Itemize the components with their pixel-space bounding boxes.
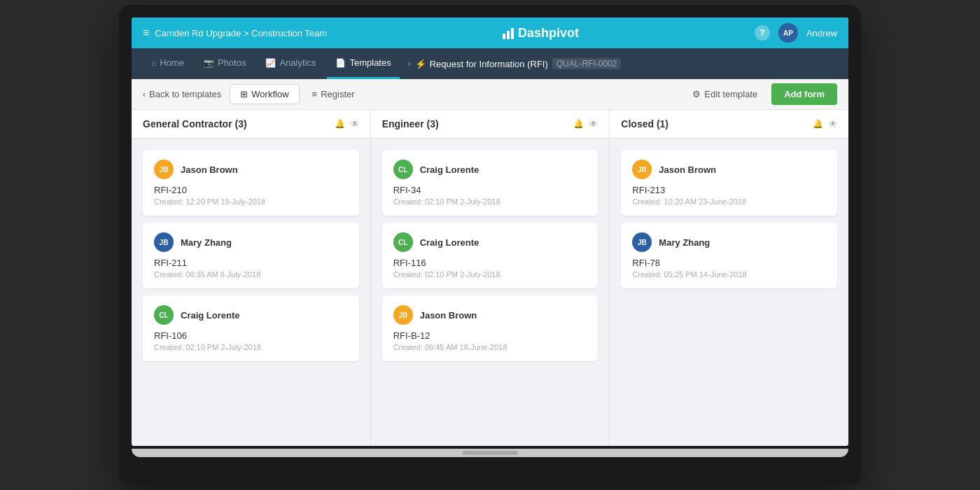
breadcrumb-link[interactable]: ⚡ Request for Information (RFI) xyxy=(415,59,548,69)
register-tab-label: Register xyxy=(321,89,354,99)
breadcrumb-arrow: › xyxy=(408,59,411,69)
user-avatar: CL xyxy=(154,305,174,325)
card-rfi: RFI-211 xyxy=(154,258,348,268)
back-label: Back to templates xyxy=(149,89,221,99)
nav-bar: ⌂ Home 📷 Photos 📈 Analytics 📄 Templates … xyxy=(132,48,848,79)
card-user-name: Mary Zhang xyxy=(181,237,232,248)
user-avatar: JB xyxy=(632,160,652,179)
card[interactable]: JBJason BrownRFI-B-12Created: 09:45 AM 1… xyxy=(382,295,598,361)
back-to-templates-link[interactable]: ‹ Back to templates xyxy=(143,89,221,99)
column-actions-general-contractor: 🔔👁 xyxy=(335,119,359,129)
analytics-icon: 📈 xyxy=(265,58,276,68)
card[interactable]: JBMary ZhangRFI-78Created: 05:25 PM 14-J… xyxy=(621,223,837,288)
user-name: Andrew xyxy=(806,28,837,38)
bell-icon[interactable]: 🔔 xyxy=(335,119,345,129)
help-button[interactable]: ? xyxy=(755,25,770,41)
card-date: Created: 02:10 PM 2-July-2018 xyxy=(154,343,348,351)
column-title-general-contractor: General Contractor (3) xyxy=(143,118,247,130)
card-header: JBMary Zhang xyxy=(632,232,826,252)
add-form-button[interactable]: Add form xyxy=(771,83,837,105)
user-avatar: JB xyxy=(393,305,413,325)
home-icon: ⌂ xyxy=(151,58,156,68)
column-cards-engineer: CLCraig LorenteRFI-34Created: 02:10 PM 2… xyxy=(371,139,610,372)
nav-item-templates[interactable]: 📄 Templates xyxy=(327,48,399,79)
card-user-name: Craig Lorente xyxy=(420,237,479,248)
user-avatar: JB xyxy=(154,232,174,252)
card-user-name: Craig Lorente xyxy=(181,310,240,321)
card[interactable]: CLCraig LorenteRFI-34Created: 02:10 PM 2… xyxy=(382,150,598,216)
tab-register[interactable]: ≡ Register xyxy=(302,85,365,104)
back-arrow-icon: ‹ xyxy=(143,90,146,99)
card-user-name: Mary Zhang xyxy=(659,237,710,248)
edit-template-label: Edit template xyxy=(704,89,757,99)
nav-label-photos: Photos xyxy=(218,57,246,68)
dashpivot-logo xyxy=(503,27,514,39)
edit-template-icon: ⚙ xyxy=(692,89,701,99)
project-path: Camden Rd Upgrade > Construction Team xyxy=(155,28,327,38)
top-bar-right: ? AP Andrew xyxy=(755,23,837,43)
column-actions-closed: 🔔👁 xyxy=(813,119,837,129)
card-date: Created: 09:45 AM 18-June-2018 xyxy=(393,343,587,351)
card[interactable]: JBJason BrownRFI-210Created: 12:20 PM 19… xyxy=(143,150,359,216)
nav-item-home[interactable]: ⌂ Home xyxy=(143,48,192,79)
sub-nav-right: ⚙ Edit template Add form xyxy=(685,83,837,105)
bell-icon[interactable]: 🔔 xyxy=(573,119,584,129)
screen: ≡ Camden Rd Upgrade > Construction Team … xyxy=(132,18,848,446)
user-avatar: CL xyxy=(393,160,413,179)
breadcrumb-icon: ⚡ xyxy=(415,59,426,69)
nav-item-photos[interactable]: 📷 Photos xyxy=(195,48,254,79)
kanban-column-engineer: Engineer (3)🔔👁CLCraig LorenteRFI-34Creat… xyxy=(371,110,610,446)
sub-nav: ‹ Back to templates ⊞ Workflow ≡ Registe… xyxy=(132,79,848,110)
column-cards-general-contractor: JBJason BrownRFI-210Created: 12:20 PM 19… xyxy=(132,139,370,372)
user-avatar: JB xyxy=(632,232,652,252)
breadcrumb: › ⚡ Request for Information (RFI) QUAL-R… xyxy=(408,58,622,69)
eye-icon[interactable]: 👁 xyxy=(351,119,359,129)
sub-nav-left: ‹ Back to templates ⊞ Workflow ≡ Registe… xyxy=(143,84,365,104)
card-header: CLCraig Lorente xyxy=(154,305,348,325)
column-actions-engineer: 🔔👁 xyxy=(573,119,598,129)
photos-icon: 📷 xyxy=(204,58,214,68)
sub-nav-tabs: ⊞ Workflow ≡ Register xyxy=(230,84,364,104)
card[interactable]: CLCraig LorenteRFI-106Created: 02:10 PM … xyxy=(143,295,359,361)
avatar: AP xyxy=(778,23,798,43)
eye-icon[interactable]: 👁 xyxy=(829,119,837,129)
breadcrumb-id: QUAL-RFI-0002 xyxy=(552,58,622,69)
edit-template-button[interactable]: ⚙ Edit template xyxy=(685,85,764,104)
card-rfi: RFI-34 xyxy=(393,185,587,195)
card[interactable]: JBMary ZhangRFI-211Created: 08:35 AM 8-J… xyxy=(143,223,359,288)
top-bar: ≡ Camden Rd Upgrade > Construction Team … xyxy=(132,18,848,48)
breadcrumb-text: Request for Information (RFI) xyxy=(430,59,548,69)
workflow-tab-icon: ⊞ xyxy=(240,89,248,99)
top-bar-center: Dashpivot xyxy=(503,26,579,41)
card[interactable]: CLCraig LorenteRFI-116Created: 02:10 PM … xyxy=(382,223,598,288)
bell-icon[interactable]: 🔔 xyxy=(813,119,823,129)
card-rfi: RFI-78 xyxy=(632,258,826,268)
kanban-column-general-contractor: General Contractor (3)🔔👁JBJason BrownRFI… xyxy=(132,110,371,446)
card-header: CLCraig Lorente xyxy=(393,232,587,252)
column-header-closed: Closed (1)🔔👁 xyxy=(610,110,848,139)
card-rfi: RFI-B-12 xyxy=(393,330,587,341)
card-date: Created: 08:35 AM 8-July-2018 xyxy=(154,270,348,279)
nav-label-templates: Templates xyxy=(349,57,391,68)
workflow-tab-label: Workflow xyxy=(251,89,288,99)
templates-icon: 📄 xyxy=(335,58,346,68)
card-date: Created: 10:20 AM 23-June-2018 xyxy=(632,197,826,206)
card-header: JBJason Brown xyxy=(393,305,587,325)
card[interactable]: JBJason BrownRFI-213Created: 10:20 AM 23… xyxy=(621,150,837,216)
card-date: Created: 02:10 PM 2-July-2018 xyxy=(393,197,587,206)
laptop-frame: ≡ Camden Rd Upgrade > Construction Team … xyxy=(119,5,861,485)
card-date: Created: 02:10 PM 2-July-2018 xyxy=(393,270,587,279)
kanban-column-closed: Closed (1)🔔👁JBJason BrownRFI-213Created:… xyxy=(610,110,848,446)
column-header-engineer: Engineer (3)🔔👁 xyxy=(371,110,610,139)
eye-icon[interactable]: 👁 xyxy=(589,119,598,129)
tab-workflow[interactable]: ⊞ Workflow xyxy=(230,84,299,104)
card-rfi: RFI-106 xyxy=(154,330,348,341)
column-cards-closed: JBJason BrownRFI-213Created: 10:20 AM 23… xyxy=(610,139,848,300)
card-user-name: Jason Brown xyxy=(420,310,477,321)
top-bar-left: ≡ Camden Rd Upgrade > Construction Team xyxy=(143,27,327,39)
hamburger-icon[interactable]: ≡ xyxy=(143,27,149,39)
nav-item-analytics[interactable]: 📈 Analytics xyxy=(257,48,324,79)
column-title-closed: Closed (1) xyxy=(621,118,668,130)
card-header: JBMary Zhang xyxy=(154,232,348,252)
laptop-bottom xyxy=(132,449,848,457)
